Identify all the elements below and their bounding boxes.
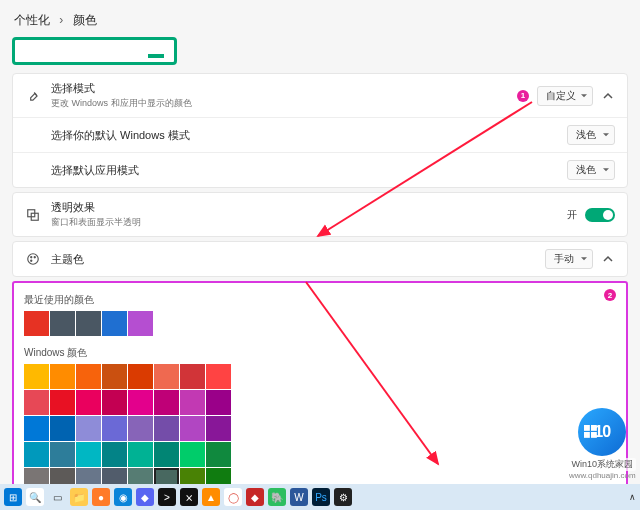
svg-point-3	[31, 257, 32, 258]
breadcrumb-separator: ›	[59, 13, 63, 27]
chevron-up-icon[interactable]	[601, 89, 615, 103]
color-swatch[interactable]	[128, 390, 153, 415]
color-swatch[interactable]	[128, 416, 153, 441]
color-swatch[interactable]	[206, 364, 231, 389]
taskbar: ⊞🔍▭📁●◉◆>⨯▲◯◆🐘WPs⚙ ∧	[0, 484, 640, 510]
recent-colors-title: 最近使用的颜色	[24, 293, 616, 307]
color-swatch[interactable]	[154, 364, 179, 389]
windows-mode-row: 选择你的默认 Windows 模式 浅色	[13, 117, 627, 152]
transparency-state: 开	[567, 208, 577, 222]
taskbar-ps-icon[interactable]: Ps	[312, 488, 330, 506]
windows-mode-label: 选择你的默认 Windows 模式	[51, 128, 557, 143]
color-swatch[interactable]	[180, 442, 205, 467]
color-swatch[interactable]	[180, 416, 205, 441]
windows-colors-title: Windows 颜色	[24, 346, 616, 360]
recent-swatch[interactable]	[50, 311, 75, 336]
brush-icon	[25, 88, 41, 104]
color-swatch[interactable]	[102, 416, 127, 441]
palette-icon	[25, 251, 41, 267]
choose-mode-row: 选择模式 更改 Windows 和应用中显示的颜色 1 自定义	[13, 74, 627, 117]
accent-dropdown[interactable]: 手动	[545, 249, 593, 269]
recent-swatch[interactable]	[76, 311, 101, 336]
color-swatch[interactable]	[50, 442, 75, 467]
color-swatch[interactable]	[24, 390, 49, 415]
chevron-up-icon[interactable]	[601, 252, 615, 266]
app-mode-dropdown[interactable]: 浅色	[567, 160, 615, 180]
taskbar-capcut-icon[interactable]: ⨯	[180, 488, 198, 506]
color-preview-thumbnail	[12, 37, 177, 65]
color-swatch[interactable]	[102, 390, 127, 415]
recent-swatch[interactable]	[102, 311, 127, 336]
annotation-badge-1: 1	[517, 90, 529, 102]
color-swatch[interactable]	[76, 390, 101, 415]
color-swatch[interactable]	[50, 390, 75, 415]
color-swatch[interactable]	[50, 364, 75, 389]
taskbar-vlc-icon[interactable]: ▲	[202, 488, 220, 506]
taskbar-taskview-icon[interactable]: ▭	[48, 488, 66, 506]
color-swatch[interactable]	[180, 390, 205, 415]
breadcrumb-current: 颜色	[73, 13, 97, 27]
color-swatch[interactable]	[24, 442, 49, 467]
app-mode-label: 选择默认应用模式	[51, 163, 557, 178]
tray-chevron-icon[interactable]: ∧	[629, 492, 636, 502]
color-swatch[interactable]	[24, 364, 49, 389]
breadcrumb-parent[interactable]: 个性化	[14, 13, 50, 27]
color-swatch[interactable]	[180, 364, 205, 389]
recent-swatch[interactable]	[128, 311, 153, 336]
taskbar-chrome-icon[interactable]: ◯	[224, 488, 242, 506]
accent-label: 主题色	[51, 252, 535, 267]
windows-mode-dropdown[interactable]: 浅色	[567, 125, 615, 145]
choose-mode-dropdown[interactable]: 自定义	[537, 86, 593, 106]
color-swatch[interactable]	[128, 442, 153, 467]
transparency-row: 透明效果 窗口和表面显示半透明 开	[13, 193, 627, 236]
taskbar-word-icon[interactable]: W	[290, 488, 308, 506]
color-swatch[interactable]	[24, 416, 49, 441]
choose-mode-desc: 更改 Windows 和应用中显示的颜色	[51, 97, 507, 110]
taskbar-tray: ∧	[629, 492, 636, 502]
breadcrumb: 个性化 › 颜色	[0, 8, 640, 35]
color-swatch[interactable]	[76, 364, 101, 389]
taskbar-terminal-icon[interactable]: >	[158, 488, 176, 506]
taskbar-discord-icon[interactable]: ◆	[136, 488, 154, 506]
mode-panel: 选择模式 更改 Windows 和应用中显示的颜色 1 自定义 选择你的默认 W…	[12, 73, 628, 188]
accent-row: 主题色 手动	[13, 242, 627, 276]
color-swatch[interactable]	[206, 390, 231, 415]
annotation-badge-2: 2	[604, 289, 616, 301]
taskbar-explorer-icon[interactable]: 📁	[70, 488, 88, 506]
svg-point-5	[31, 260, 32, 261]
color-swatch[interactable]	[102, 364, 127, 389]
choose-mode-label: 选择模式	[51, 81, 507, 96]
color-swatch[interactable]	[206, 416, 231, 441]
accent-panel: 主题色 手动	[12, 241, 628, 277]
color-swatch[interactable]	[76, 416, 101, 441]
recent-swatch[interactable]	[24, 311, 49, 336]
accent-color-picker: 2 最近使用的颜色 Windows 颜色	[12, 281, 628, 510]
transparency-label: 透明效果	[51, 200, 557, 215]
color-swatch[interactable]	[154, 416, 179, 441]
color-swatch[interactable]	[102, 442, 127, 467]
taskbar-evernote-icon[interactable]: 🐘	[268, 488, 286, 506]
taskbar-firefox-icon[interactable]: ●	[92, 488, 110, 506]
color-swatch[interactable]	[154, 442, 179, 467]
transparency-panel: 透明效果 窗口和表面显示半透明 开	[12, 192, 628, 237]
color-swatch[interactable]	[206, 442, 231, 467]
transparency-toggle[interactable]	[585, 208, 615, 222]
color-swatch[interactable]	[154, 390, 179, 415]
color-swatch[interactable]	[76, 442, 101, 467]
taskbar-edge-icon[interactable]: ◉	[114, 488, 132, 506]
transparency-desc: 窗口和表面显示半透明	[51, 216, 557, 229]
app-mode-row: 选择默认应用模式 浅色	[13, 152, 627, 187]
taskbar-start-icon[interactable]: ⊞	[4, 488, 22, 506]
color-swatch[interactable]	[50, 416, 75, 441]
taskbar-settings-icon[interactable]: ⚙	[334, 488, 352, 506]
color-swatch[interactable]	[128, 364, 153, 389]
transparency-icon	[25, 207, 41, 223]
svg-point-4	[34, 257, 35, 258]
taskbar-search-icon[interactable]: 🔍	[26, 488, 44, 506]
taskbar-app-red-icon[interactable]: ◆	[246, 488, 264, 506]
svg-point-2	[28, 254, 39, 265]
